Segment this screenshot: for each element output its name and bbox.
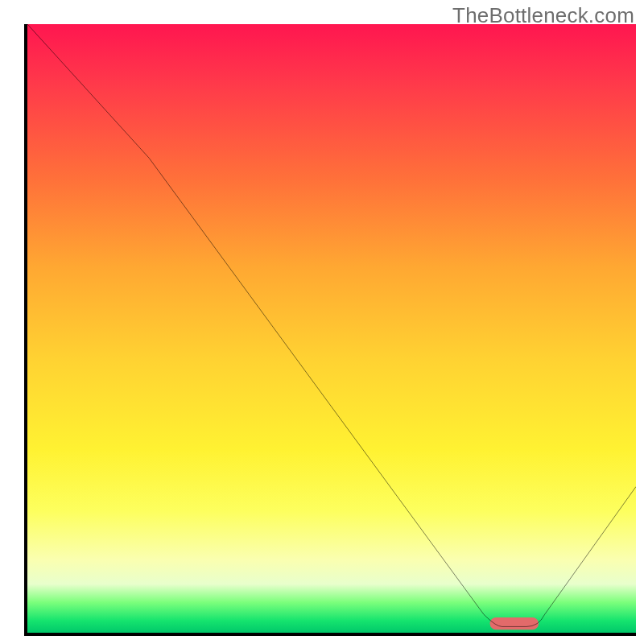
bottleneck-curve: [27, 24, 636, 626]
plot-area: [24, 24, 636, 636]
optimal-marker: [490, 617, 539, 630]
line-layer: [27, 24, 636, 633]
chart-frame: TheBottleneck.com: [0, 0, 644, 644]
watermark-text: TheBottleneck.com: [452, 3, 634, 28]
